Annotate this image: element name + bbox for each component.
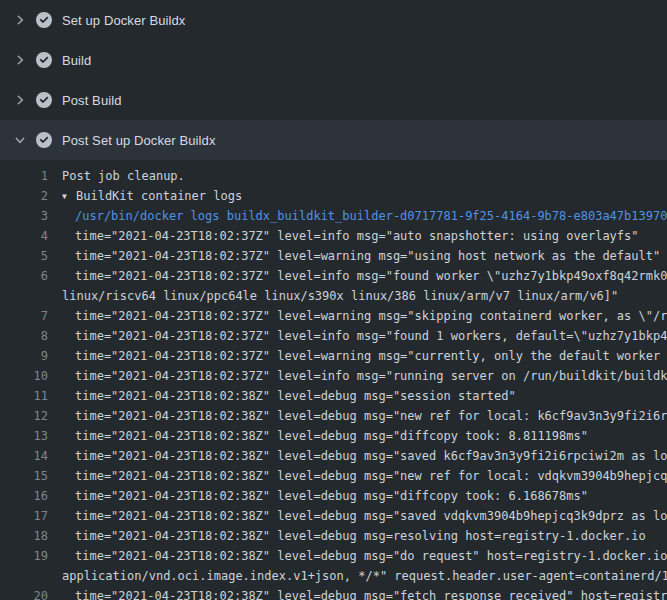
log-text: time="2021-04-23T18:02:38Z" level=debug … — [62, 506, 667, 526]
log-text: time="2021-04-23T18:02:38Z" level=debug … — [62, 546, 667, 566]
log-line: 9time="2021-04-23T18:02:37Z" level=warni… — [0, 346, 667, 366]
log-text: time="2021-04-23T18:02:38Z" level=debug … — [62, 406, 667, 426]
log-line: 1Post job cleanup. — [0, 166, 667, 186]
check-circle-icon — [36, 52, 52, 68]
log-line: 6time="2021-04-23T18:02:37Z" level=info … — [0, 266, 667, 286]
line-number[interactable]: 11 — [0, 386, 48, 406]
step-header-post-set-up-docker-buildx[interactable]: Post Set up Docker Buildx — [0, 120, 667, 160]
chevron-down-icon — [12, 132, 28, 148]
step-header-post-build[interactable]: Post Build — [0, 80, 667, 120]
line-number[interactable]: 5 — [0, 246, 48, 266]
check-circle-icon — [36, 12, 52, 28]
line-number[interactable]: 1 — [0, 166, 48, 186]
log-text: time="2021-04-23T18:02:38Z" level=debug … — [62, 526, 667, 546]
line-number[interactable]: 13 — [0, 426, 48, 446]
step-title: Build — [62, 53, 91, 68]
line-number[interactable]: 18 — [0, 526, 48, 546]
line-number[interactable]: 9 — [0, 346, 48, 366]
line-number[interactable]: 15 — [0, 466, 48, 486]
steps-list: Set up Docker BuildxBuildPost BuildPost … — [0, 0, 667, 160]
line-number[interactable]: 6 — [0, 266, 48, 286]
log-text: time="2021-04-23T18:02:37Z" level=info m… — [62, 266, 667, 286]
step-title: Set up Docker Buildx — [62, 13, 185, 28]
log-line: linux/riscv64 linux/ppc64le linux/s390x … — [0, 286, 667, 306]
log-line: application/vnd.oci.image.index.v1+json,… — [0, 566, 667, 586]
log-line: 16time="2021-04-23T18:02:38Z" level=debu… — [0, 486, 667, 506]
log-text: time="2021-04-23T18:02:38Z" level=debug … — [62, 466, 667, 486]
step-header-set-up-docker-buildx[interactable]: Set up Docker Buildx — [0, 0, 667, 40]
group-toggle-icon[interactable]: ▼ — [62, 187, 76, 206]
log-text: time="2021-04-23T18:02:37Z" level=info m… — [62, 226, 667, 246]
log-line: 4time="2021-04-23T18:02:37Z" level=info … — [0, 226, 667, 246]
log-text: time="2021-04-23T18:02:37Z" level=info m… — [62, 326, 667, 346]
log-line: 15time="2021-04-23T18:02:38Z" level=debu… — [0, 466, 667, 486]
log-line: 2▼BuildKit container logs — [0, 186, 667, 206]
log-line: 8time="2021-04-23T18:02:37Z" level=info … — [0, 326, 667, 346]
log-lines: 1Post job cleanup.2▼BuildKit container l… — [0, 160, 667, 600]
line-number[interactable]: 3 — [0, 206, 48, 226]
log-line: 13time="2021-04-23T18:02:38Z" level=debu… — [0, 426, 667, 446]
check-circle-icon — [36, 92, 52, 108]
log-line: 7time="2021-04-23T18:02:37Z" level=warni… — [0, 306, 667, 326]
log-text: Post job cleanup. — [62, 166, 667, 186]
log-text: time="2021-04-23T18:02:38Z" level=debug … — [62, 586, 667, 600]
line-number[interactable]: 17 — [0, 506, 48, 526]
chevron-right-icon — [12, 92, 28, 108]
log-line: 11time="2021-04-23T18:02:38Z" level=debu… — [0, 386, 667, 406]
line-number[interactable]: 2 — [0, 186, 48, 206]
command-text: /usr/bin/docker logs buildx_buildkit_bui… — [62, 206, 667, 226]
log-line: 17time="2021-04-23T18:02:38Z" level=debu… — [0, 506, 667, 526]
log-text: time="2021-04-23T18:02:37Z" level=warnin… — [62, 346, 667, 366]
log-line: 18time="2021-04-23T18:02:38Z" level=debu… — [0, 526, 667, 546]
log-text: time="2021-04-23T18:02:38Z" level=debug … — [62, 446, 667, 466]
line-number[interactable]: 14 — [0, 446, 48, 466]
log-text: time="2021-04-23T18:02:38Z" level=debug … — [62, 386, 667, 406]
log-text: linux/riscv64 linux/ppc64le linux/s390x … — [62, 286, 667, 306]
line-number[interactable]: 8 — [0, 326, 48, 346]
log-line: 19time="2021-04-23T18:02:38Z" level=debu… — [0, 546, 667, 566]
line-number[interactable]: 20 — [0, 586, 48, 600]
log-text: time="2021-04-23T18:02:37Z" level=warnin… — [62, 306, 667, 326]
log-text: time="2021-04-23T18:02:38Z" level=debug … — [62, 486, 667, 506]
workflow-log-viewer: Set up Docker BuildxBuildPost BuildPost … — [0, 0, 667, 600]
step-header-build[interactable]: Build — [0, 40, 667, 80]
chevron-right-icon — [12, 12, 28, 28]
line-number — [0, 566, 48, 586]
log-text: application/vnd.oci.image.index.v1+json,… — [62, 566, 667, 586]
line-number — [0, 286, 48, 306]
log-line: 10time="2021-04-23T18:02:37Z" level=info… — [0, 366, 667, 386]
step-title: Post Set up Docker Buildx — [62, 133, 216, 148]
log-text: time="2021-04-23T18:02:37Z" level=info m… — [62, 366, 667, 386]
group-title: BuildKit container logs — [76, 189, 242, 203]
log-line: 12time="2021-04-23T18:02:38Z" level=debu… — [0, 406, 667, 426]
log-line: 20time="2021-04-23T18:02:38Z" level=debu… — [0, 586, 667, 600]
line-number[interactable]: 16 — [0, 486, 48, 506]
line-number[interactable]: 10 — [0, 366, 48, 386]
line-number[interactable]: 19 — [0, 546, 48, 566]
chevron-right-icon — [12, 52, 28, 68]
log-line: 14time="2021-04-23T18:02:38Z" level=debu… — [0, 446, 667, 466]
log-text: time="2021-04-23T18:02:38Z" level=debug … — [62, 426, 667, 446]
line-number[interactable]: 7 — [0, 306, 48, 326]
check-circle-icon — [36, 132, 52, 148]
line-number[interactable]: 12 — [0, 406, 48, 426]
step-title: Post Build — [62, 93, 122, 108]
line-number[interactable]: 4 — [0, 226, 48, 246]
log-text: time="2021-04-23T18:02:37Z" level=warnin… — [62, 246, 667, 266]
log-line: 5time="2021-04-23T18:02:37Z" level=warni… — [0, 246, 667, 266]
log-line: 3/usr/bin/docker logs buildx_buildkit_bu… — [0, 206, 667, 226]
